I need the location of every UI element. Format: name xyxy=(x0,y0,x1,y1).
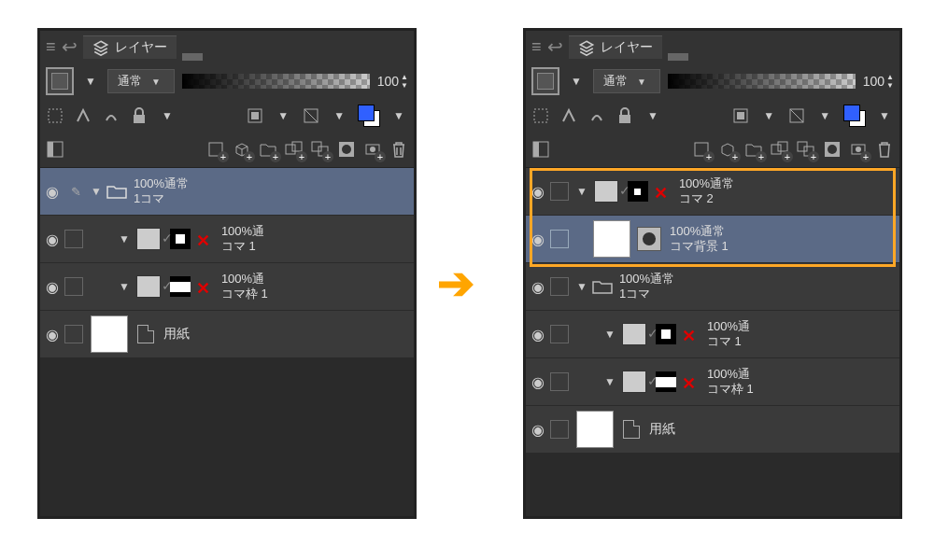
visibility-icon[interactable]: ◉ xyxy=(40,278,64,296)
new-folder-icon[interactable] xyxy=(744,140,763,159)
layer-row[interactable]: ◉ ▼ 100%通 コマ 1 xyxy=(526,311,899,358)
layer-tab[interactable]: レイヤー xyxy=(83,35,177,59)
select-below-icon[interactable] xyxy=(246,106,264,125)
timeline-icon[interactable] xyxy=(668,33,688,61)
chevron-down-icon[interactable]: ▼ xyxy=(819,109,830,122)
mask-thumb-icon xyxy=(656,371,676,392)
checkbox[interactable] xyxy=(550,230,569,248)
chevron-down-icon[interactable]: ▼ xyxy=(604,375,616,388)
layer-folder-row[interactable]: ◉ ▼ 100%通常 1コマ xyxy=(526,263,899,311)
checkbox[interactable] xyxy=(550,182,569,201)
checkbox[interactable] xyxy=(550,372,569,391)
transfer-icon[interactable] xyxy=(771,140,789,159)
merge-icon[interactable] xyxy=(797,140,815,159)
apply-mask-icon[interactable] xyxy=(849,140,868,159)
new-layer-icon[interactable] xyxy=(692,140,711,159)
chevron-down-icon[interactable]: ▼ xyxy=(85,75,96,88)
opacity-value[interactable]: 100 ▲▼ xyxy=(863,73,894,90)
frame-icon xyxy=(622,371,646,393)
clip-mask-icon[interactable] xyxy=(531,106,550,125)
color-swatch-icon[interactable] xyxy=(358,105,380,127)
layer-row-selected[interactable]: ◉ 100%通常 コマ背景 1 xyxy=(526,216,899,263)
checkbox[interactable] xyxy=(550,325,569,343)
layer-row[interactable]: ◉ ▼ 100%通 コマ枠 1 xyxy=(40,263,414,311)
reference-icon[interactable] xyxy=(559,106,578,125)
draft-icon[interactable] xyxy=(587,106,606,125)
timeline-icon[interactable] xyxy=(182,33,203,61)
checkbox[interactable] xyxy=(64,230,83,248)
edit-icon[interactable]: ✎ xyxy=(64,185,87,199)
checkbox[interactable] xyxy=(550,420,569,439)
chevron-down-icon[interactable]: ▼ xyxy=(576,280,587,293)
blend-mode-select[interactable]: 通常 ▼ xyxy=(593,69,660,93)
lock-icon[interactable] xyxy=(616,106,634,125)
palette-color-icon[interactable] xyxy=(531,67,559,95)
menu-icon[interactable]: ≡ xyxy=(531,37,542,57)
layer-row[interactable]: ◉ ▼ 100%通常 コマ 2 xyxy=(526,168,899,216)
opacity-slider[interactable] xyxy=(182,74,370,89)
chevron-down-icon[interactable]: ▼ xyxy=(879,109,890,122)
visibility-icon[interactable]: ◉ xyxy=(526,278,550,296)
palette-color-icon[interactable] xyxy=(46,67,74,95)
chevron-down-icon[interactable]: ▼ xyxy=(576,185,587,198)
merge-icon[interactable] xyxy=(311,140,330,159)
chevron-down-icon[interactable]: ▼ xyxy=(119,280,130,293)
chevron-down-icon[interactable]: ▼ xyxy=(647,109,658,122)
panel-toggle-icon[interactable] xyxy=(531,140,550,159)
layer-folder-row[interactable]: ◉ ✎ ▼ 100%通常 1コマ xyxy=(40,168,414,216)
checkbox[interactable] xyxy=(550,277,569,296)
visibility-icon[interactable]: ◉ xyxy=(526,421,550,439)
layer-row[interactable]: ◉ ▼ 100%通 コマ枠 1 xyxy=(526,358,899,406)
layer-row-paper[interactable]: ◉ 用紙 xyxy=(526,406,899,454)
layer-tab[interactable]: レイヤー xyxy=(569,35,662,59)
new-3d-icon[interactable] xyxy=(718,140,737,159)
spinner-icon[interactable]: ▲▼ xyxy=(401,73,408,90)
balloon-icon xyxy=(637,227,661,251)
checkbox[interactable] xyxy=(64,325,83,343)
draft-icon[interactable] xyxy=(102,106,120,125)
chevron-down-icon[interactable]: ▼ xyxy=(91,185,102,198)
checkbox[interactable] xyxy=(64,277,83,296)
chevron-down-icon[interactable]: ▼ xyxy=(277,109,289,122)
visibility-icon[interactable]: ◉ xyxy=(40,326,64,343)
chevron-down-icon[interactable]: ▼ xyxy=(333,109,345,122)
new-layer-icon[interactable] xyxy=(206,140,225,159)
blend-mode-select[interactable]: 通常 ▼ xyxy=(107,69,175,93)
mask-icon[interactable] xyxy=(337,140,356,159)
undo-icon[interactable]: ↩ xyxy=(547,35,563,58)
opacity-slider[interactable] xyxy=(668,74,856,89)
trash-icon[interactable] xyxy=(389,140,408,159)
new-folder-icon[interactable] xyxy=(259,140,277,159)
chevron-down-icon[interactable]: ▼ xyxy=(162,109,173,122)
transfer-icon[interactable] xyxy=(285,140,304,159)
effect-icon[interactable] xyxy=(302,106,320,125)
visibility-icon[interactable]: ◉ xyxy=(526,231,550,248)
menu-icon[interactable]: ≡ xyxy=(46,37,56,57)
visibility-icon[interactable]: ◉ xyxy=(526,326,550,343)
trash-icon[interactable] xyxy=(875,140,894,159)
select-below-icon[interactable] xyxy=(731,106,750,125)
effect-icon[interactable] xyxy=(787,106,806,125)
chevron-down-icon[interactable]: ▼ xyxy=(571,75,582,88)
panel-toggle-icon[interactable] xyxy=(46,140,64,159)
visibility-icon[interactable]: ◉ xyxy=(526,373,550,391)
visibility-icon[interactable]: ◉ xyxy=(40,183,64,201)
visibility-icon[interactable]: ◉ xyxy=(526,183,550,201)
chevron-down-icon[interactable]: ▼ xyxy=(119,232,130,245)
new-3d-icon[interactable] xyxy=(233,140,251,159)
chevron-down-icon[interactable]: ▼ xyxy=(604,328,616,341)
reference-icon[interactable] xyxy=(74,106,92,125)
clip-mask-icon[interactable] xyxy=(46,106,64,125)
color-swatch-icon[interactable] xyxy=(843,105,866,127)
visibility-icon[interactable]: ◉ xyxy=(40,231,64,248)
chevron-down-icon[interactable]: ▼ xyxy=(763,109,774,122)
chevron-down-icon[interactable]: ▼ xyxy=(393,109,404,122)
apply-mask-icon[interactable] xyxy=(363,140,382,159)
mask-icon[interactable] xyxy=(823,140,842,159)
lock-icon[interactable] xyxy=(130,106,149,125)
opacity-value[interactable]: 100 ▲▼ xyxy=(377,73,408,90)
spinner-icon[interactable]: ▲▼ xyxy=(886,73,894,90)
layer-row-paper[interactable]: ◉ 用紙 xyxy=(40,311,414,358)
undo-icon[interactable]: ↩ xyxy=(62,35,78,58)
layer-row[interactable]: ◉ ▼ 100%通 コマ 1 xyxy=(40,216,414,263)
